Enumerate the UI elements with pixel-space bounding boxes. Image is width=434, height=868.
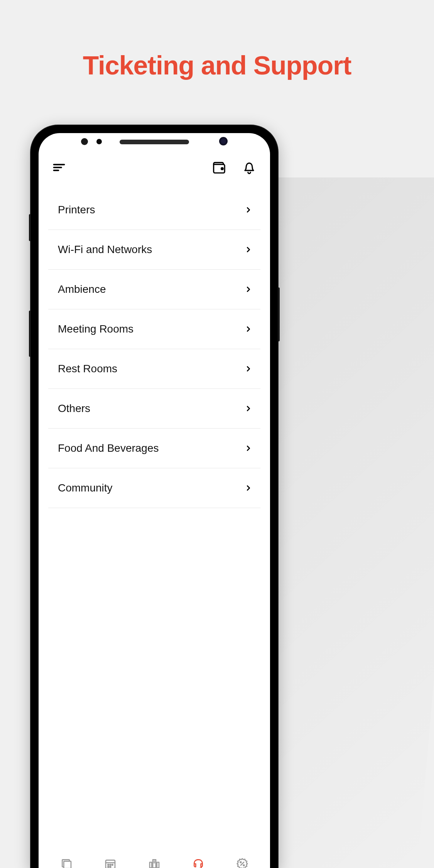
phone-speaker — [120, 140, 189, 144]
menu-icon[interactable] — [52, 160, 66, 174]
app-header — [39, 152, 270, 179]
chevron-right-icon — [244, 444, 253, 453]
list-item-printers[interactable]: Printers — [48, 190, 260, 230]
svg-rect-14 — [150, 862, 152, 868]
list-item-wifi[interactable]: Wi-Fi and Networks — [48, 230, 260, 270]
list-item-food-beverages[interactable]: Food And Beverages — [48, 429, 260, 468]
svg-point-8 — [108, 864, 109, 865]
list-item-community[interactable]: Community — [48, 468, 260, 508]
svg-rect-15 — [157, 862, 159, 868]
list-item-meeting-rooms[interactable]: Meeting Rooms — [48, 309, 260, 349]
category-list: Printers Wi-Fi and Networks Ambience — [39, 179, 270, 849]
list-item-label: Printers — [58, 204, 95, 216]
phone-sensor — [81, 138, 88, 145]
chevron-right-icon — [244, 404, 253, 413]
list-item-label: Community — [58, 482, 113, 494]
nav-support-icon[interactable] — [192, 858, 204, 868]
phone-camera — [219, 137, 228, 145]
chevron-right-icon — [244, 484, 253, 492]
list-item-label: Food And Beverages — [58, 442, 159, 454]
nav-home-icon[interactable] — [60, 858, 73, 868]
list-item-label: Rest Rooms — [58, 363, 117, 375]
nav-calendar-icon[interactable] — [104, 858, 117, 868]
list-item-ambience[interactable]: Ambience — [48, 270, 260, 309]
phone-mockup: Printers Wi-Fi and Networks Ambience — [31, 125, 278, 868]
bell-icon[interactable] — [242, 160, 257, 175]
page-title: Ticketing and Support — [0, 50, 434, 80]
list-item-label: Ambience — [58, 283, 106, 296]
chevron-right-icon — [244, 206, 253, 214]
wallet-icon[interactable] — [212, 160, 226, 175]
svg-point-9 — [110, 864, 111, 865]
chevron-right-icon — [244, 245, 253, 254]
svg-point-10 — [108, 866, 109, 868]
phone-button-side — [278, 287, 280, 341]
list-item-others[interactable]: Others — [48, 389, 260, 429]
chevron-right-icon — [244, 365, 253, 373]
bottom-nav — [39, 849, 270, 868]
list-item-rest-rooms[interactable]: Rest Rooms — [48, 349, 260, 389]
nav-building-icon[interactable] — [148, 858, 160, 868]
chevron-right-icon — [244, 325, 253, 333]
nav-deals-icon[interactable] — [236, 858, 248, 868]
chevron-right-icon — [244, 285, 253, 294]
phone-sensor — [96, 139, 102, 144]
svg-point-19 — [240, 862, 241, 863]
list-item-label: Meeting Rooms — [58, 323, 133, 335]
svg-point-12 — [112, 864, 113, 865]
list-item-label: Wi-Fi and Networks — [58, 243, 152, 256]
list-item-label: Others — [58, 402, 90, 415]
svg-rect-5 — [64, 861, 71, 868]
svg-point-11 — [110, 866, 111, 868]
svg-point-3 — [221, 168, 223, 170]
svg-point-20 — [243, 865, 245, 866]
